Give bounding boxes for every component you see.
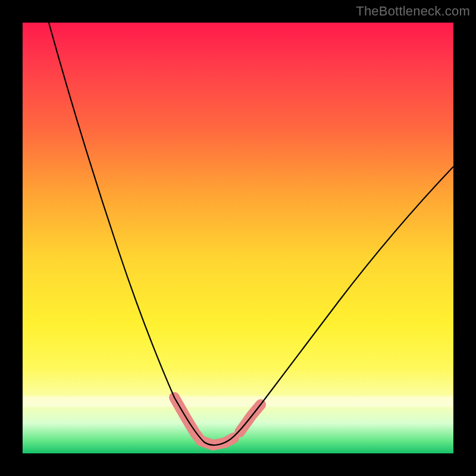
bottleneck-curve (49, 23, 453, 445)
curve-layer (23, 23, 453, 453)
chart-frame: TheBottleneck.com (0, 0, 476, 476)
plot-area (23, 23, 453, 453)
watermark-text: TheBottleneck.com (356, 4, 470, 19)
data-band-trough (201, 438, 234, 445)
